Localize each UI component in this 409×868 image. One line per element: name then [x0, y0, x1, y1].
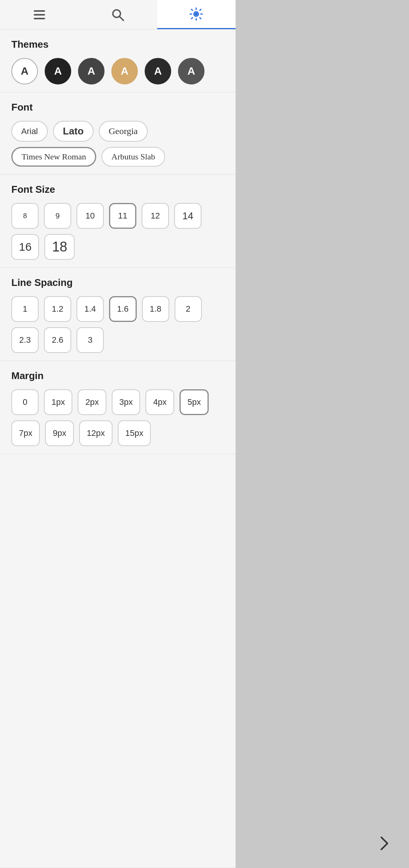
font-arial[interactable]: Arial: [11, 121, 48, 142]
font-size-9[interactable]: 9: [44, 203, 71, 229]
themes-label: Themes: [11, 39, 224, 50]
line-spacing-1-2[interactable]: 1.2: [44, 296, 71, 322]
line-spacing-options-row: 1 1.2 1.4 1.6 1.8 2 2.3 2.6 3: [11, 296, 224, 353]
font-times-new-roman[interactable]: Times New Roman: [11, 147, 96, 167]
themes-section: Themes A A A A A A: [0, 30, 236, 92]
svg-line-4: [119, 16, 123, 20]
line-spacing-2-6[interactable]: 2.6: [44, 327, 71, 353]
font-lato[interactable]: Lato: [53, 121, 94, 142]
line-spacing-label: Line Spacing: [11, 277, 224, 289]
nav-list-button[interactable]: [0, 0, 78, 29]
margin-1px[interactable]: 1px: [44, 389, 72, 415]
chevron-right-icon: [376, 835, 393, 852]
search-icon: [110, 7, 125, 22]
next-arrow-button[interactable]: [371, 830, 398, 857]
line-spacing-2-3[interactable]: 2.3: [11, 327, 39, 353]
margin-options-row: 0 1px 2px 3px 4px 5px 7px 9px 12px 15px: [11, 389, 224, 446]
font-size-8[interactable]: 8: [11, 203, 39, 229]
margin-section: Margin 0 1px 2px 3px 4px 5px 7px 9px 12p…: [0, 361, 236, 454]
line-spacing-1-6[interactable]: 1.6: [109, 296, 137, 322]
font-section: Font Arial Lato Georgia Times New Roman …: [0, 92, 236, 175]
line-spacing-section: Line Spacing 1 1.2 1.4 1.6 1.8 2 2.3 2.6…: [0, 268, 236, 361]
nav-settings-button[interactable]: [157, 0, 236, 29]
svg-rect-2: [34, 18, 45, 19]
margin-9px[interactable]: 9px: [45, 420, 73, 446]
gear-icon: [189, 6, 204, 22]
font-size-16[interactable]: 16: [11, 234, 39, 260]
margin-15px[interactable]: 15px: [118, 420, 151, 446]
font-size-18[interactable]: 18: [44, 234, 75, 260]
svg-rect-1: [34, 14, 45, 16]
margin-label: Margin: [11, 370, 224, 382]
line-spacing-3[interactable]: 3: [76, 327, 104, 353]
svg-point-6: [195, 12, 198, 16]
line-spacing-1-4[interactable]: 1.4: [76, 296, 104, 322]
margin-3px[interactable]: 3px: [112, 389, 140, 415]
theme-dark2[interactable]: A: [78, 58, 105, 84]
margin-2px[interactable]: 2px: [78, 389, 106, 415]
margin-5px[interactable]: 5px: [180, 389, 209, 415]
theme-tan[interactable]: A: [111, 58, 138, 84]
font-size-11[interactable]: 11: [109, 203, 136, 229]
themes-row: A A A A A A: [11, 58, 224, 84]
theme-white[interactable]: A: [11, 58, 38, 84]
font-label: Font: [11, 101, 224, 113]
font-size-label: Font Size: [11, 184, 224, 195]
font-georgia[interactable]: Georgia: [99, 121, 148, 142]
font-size-14[interactable]: 14: [174, 203, 201, 229]
top-nav: [0, 0, 236, 30]
settings-panel: Themes A A A A A A Font Arial Lato Georg…: [0, 0, 236, 868]
right-sidebar: [236, 0, 409, 868]
margin-0[interactable]: 0: [11, 389, 39, 415]
font-size-section: Font Size 8 9 10 11 12 14 16 18: [0, 175, 236, 268]
font-arbutus-slab[interactable]: Arbutus Slab: [101, 147, 165, 167]
font-size-12[interactable]: 12: [142, 203, 169, 229]
font-size-options-row: 8 9 10 11 12 14 16 18: [11, 203, 224, 260]
line-spacing-1[interactable]: 1: [11, 296, 39, 322]
list-icon: [32, 7, 47, 22]
font-options-row: Arial Lato Georgia Times New Roman Arbut…: [11, 121, 224, 167]
theme-dark4[interactable]: A: [178, 58, 204, 84]
margin-12px[interactable]: 12px: [79, 420, 112, 446]
font-size-10[interactable]: 10: [76, 203, 104, 229]
margin-4px[interactable]: 4px: [145, 389, 174, 415]
theme-dark3[interactable]: A: [145, 58, 171, 84]
line-spacing-2[interactable]: 2: [175, 296, 202, 322]
margin-7px[interactable]: 7px: [11, 420, 40, 446]
nav-search-button[interactable]: [78, 0, 157, 29]
svg-rect-0: [34, 10, 45, 12]
line-spacing-1-8[interactable]: 1.8: [142, 296, 169, 322]
theme-dark1[interactable]: A: [45, 58, 71, 84]
